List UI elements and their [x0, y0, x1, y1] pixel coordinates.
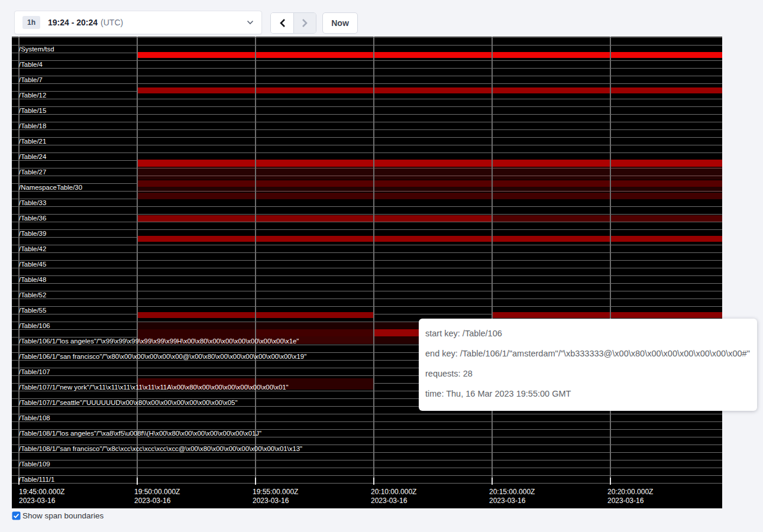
span-boundary-line [12, 137, 722, 138]
span-boundary-line [12, 206, 722, 207]
show-span-boundaries-checkbox[interactable] [12, 511, 21, 520]
x-axis-label: 19:50:00.000Z 2023-03-16 [134, 488, 180, 505]
span-boundary-line [12, 245, 722, 245]
span-boundary-line [12, 475, 722, 476]
row-label: /Table/108/1/"san francisco"/"\x8c\xcc\x… [19, 446, 302, 452]
span-boundary-line [12, 414, 722, 414]
prev-range-button[interactable] [271, 13, 293, 33]
span-boundary-line [12, 291, 722, 291]
x-axis-label: 20:10:00.000Z 2023-03-16 [371, 488, 416, 505]
row-label: /Table/7 [19, 77, 43, 83]
row-label: /Table/52 [19, 292, 46, 299]
now-button[interactable]: Now [322, 12, 358, 34]
row-label: /Table/45 [19, 261, 46, 268]
next-range-button[interactable] [293, 13, 316, 33]
row-label: /Table/55 [19, 307, 46, 314]
span-boundary-line [12, 153, 722, 153]
heat-band [137, 215, 492, 222]
row-label: /Table/108/1/"los angeles"/"\xa8\xf5\u00… [19, 430, 261, 437]
time-gridline [373, 37, 374, 485]
time-gridline [492, 37, 493, 485]
row-label: /Table/21 [19, 138, 46, 145]
span-boundary-line [12, 122, 722, 122]
row-label: /Table/107 [19, 369, 50, 375]
span-boundary-line [12, 145, 722, 145]
span-boundary-line [12, 60, 722, 61]
span-boundary-line [12, 76, 722, 76]
row-label: /Table/12 [19, 92, 46, 99]
heat-band [492, 312, 722, 318]
row-label: /Table/109 [19, 461, 50, 468]
span-boundary-line [12, 106, 722, 107]
span-boundary-line [12, 68, 722, 69]
row-label: /Table/4 [19, 61, 43, 68]
row-label: /Table/27 [19, 169, 46, 176]
range-nav-group [270, 12, 316, 34]
range-label: 19:24 - 20:24 [48, 18, 98, 27]
span-boundaries-control: Show span boundaries [12, 511, 104, 520]
row-label: /Table/33 [19, 200, 46, 206]
axis-tick [373, 478, 374, 485]
checkbox-checked-icon [12, 511, 21, 520]
row-label: /Table/42 [19, 246, 46, 252]
chevron-right-icon [302, 18, 308, 28]
heat-band [137, 52, 722, 59]
span-boundary-line [12, 299, 722, 299]
span-boundary-line [12, 99, 722, 99]
row-label: /Table/48 [19, 277, 46, 283]
tooltip-end-key: end key: /Table/106/1/"amsterdam"/"\xb33… [425, 343, 757, 364]
span-boundary-line [12, 114, 722, 115]
row-label: /Table/18 [19, 123, 46, 129]
axis-tick [610, 478, 611, 485]
span-boundary-line [12, 222, 722, 222]
span-boundary-line [12, 421, 722, 422]
span-boundary-line [12, 283, 722, 284]
show-span-boundaries-label: Show span boundaries [22, 511, 104, 520]
row-label: /System/tsd [19, 46, 54, 53]
axis-tick [492, 478, 493, 485]
heat-band [255, 329, 373, 336]
span-boundary-line [12, 129, 722, 130]
axis-tick [137, 478, 138, 485]
row-label: /Table/39 [19, 231, 46, 237]
heat-band [137, 187, 722, 192]
heat-band [137, 160, 722, 167]
heat-band [137, 236, 722, 242]
row-label: /Table/36 [19, 215, 46, 222]
x-axis-label: 20:20:00.000Z 2023-03-16 [607, 488, 653, 505]
x-axis-label: 20:15:00.000Z 2023-03-16 [489, 488, 535, 505]
heat-band [137, 87, 722, 93]
span-boundary-line [12, 229, 722, 230]
heat-band [137, 180, 722, 187]
key-visualizer-canvas[interactable]: /System/tsd/Table/4/Table/7/Table/12/Tab… [12, 37, 722, 508]
row-label: /Table/106/1/"los angeles"/"\x99\x99\x99… [19, 338, 299, 345]
heat-band [373, 336, 420, 344]
time-gridline [610, 37, 611, 485]
tooltip-requests: requests: 28 [425, 364, 757, 384]
span-boundary-line [12, 306, 722, 307]
span-boundary-line [12, 468, 722, 468]
time-gridline [137, 37, 138, 485]
time-range-selector[interactable]: 1h 19:24 - 20:24 (UTC) [14, 11, 262, 34]
span-boundary-line [12, 260, 722, 261]
row-label: /Table/108 [19, 415, 50, 421]
row-label: /Table/15 [19, 108, 46, 114]
row-label: /Table/106 [19, 323, 50, 329]
span-boundary-line [12, 45, 722, 46]
axis-tick [255, 478, 256, 485]
span-tooltip: start key: /Table/106 end key: /Table/10… [419, 319, 757, 411]
range-utc-suffix: (UTC) [101, 18, 123, 27]
x-axis-label: 19:55:00.000Z 2023-03-16 [253, 488, 298, 505]
heat-band [373, 329, 420, 336]
span-boundary-line [12, 460, 722, 460]
time-gridline [255, 37, 256, 485]
x-axis-label: 19:45:00.000Z 2023-03-16 [19, 488, 64, 505]
tooltip-start-key: start key: /Table/106 [425, 323, 757, 343]
row-label: /Table/107/1/"seattle"/"UUUUUUD\x00\x80\… [19, 400, 237, 406]
heat-band [137, 167, 722, 180]
range-duration-badge: 1h [22, 16, 40, 29]
span-boundary-line [12, 483, 722, 484]
chevron-left-icon [279, 18, 286, 28]
row-label: /NamespaceTable/30 [19, 184, 82, 191]
span-boundary-line [12, 83, 722, 84]
